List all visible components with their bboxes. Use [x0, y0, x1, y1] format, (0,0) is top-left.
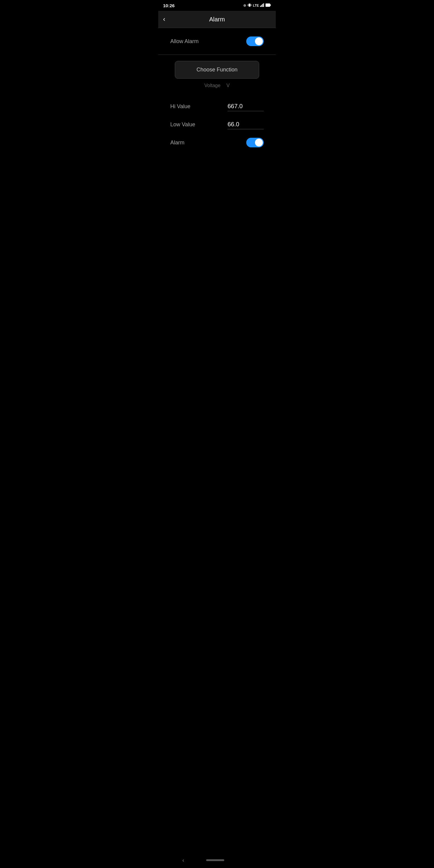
- vibrate-icon: [247, 3, 252, 8]
- nav-bar: ‹ Alarm: [158, 11, 276, 28]
- allow-alarm-toggle[interactable]: [246, 36, 264, 46]
- values-section: Hi Value Low Value Alarm: [158, 91, 276, 158]
- svg-rect-5: [262, 4, 263, 7]
- alarm-toggle[interactable]: [246, 138, 264, 147]
- status-bar: 10:26 ⊕ LTE: [158, 0, 276, 11]
- svg-rect-1: [248, 4, 248, 6]
- low-value-row: Low Value: [170, 116, 264, 133]
- alarm-toggle-row: Alarm: [170, 133, 264, 152]
- svg-rect-3: [260, 6, 261, 7]
- function-hint: Voltage V: [204, 83, 230, 88]
- back-button[interactable]: ‹: [163, 15, 167, 24]
- function-section: Choose Function Voltage V: [158, 55, 276, 91]
- lte-icon: LTE: [253, 4, 259, 7]
- svg-rect-0: [249, 4, 250, 7]
- hi-value-input[interactable]: [227, 101, 264, 111]
- page-title: Alarm: [209, 16, 225, 23]
- svg-rect-4: [261, 5, 262, 7]
- svg-rect-2: [251, 4, 252, 6]
- hi-value-row: Hi Value: [170, 97, 264, 116]
- status-time: 10:26: [163, 3, 175, 8]
- low-value-label: Low Value: [170, 121, 195, 128]
- function-hint-voltage: Voltage: [204, 83, 220, 88]
- choose-function-button[interactable]: Choose Function: [175, 61, 259, 79]
- allow-alarm-label: Allow Alarm: [170, 38, 198, 44]
- circle-plus-icon: ⊕: [243, 3, 246, 7]
- allow-alarm-row: Allow Alarm: [158, 28, 276, 55]
- hi-value-label: Hi Value: [170, 103, 190, 110]
- battery-icon: [266, 3, 271, 8]
- alarm-toggle-label: Alarm: [170, 140, 184, 146]
- svg-rect-7: [266, 4, 270, 7]
- content-area: Allow Alarm Choose Function Voltage V Hi…: [158, 28, 276, 158]
- svg-rect-8: [270, 4, 271, 6]
- alarm-slider: [246, 138, 264, 147]
- low-value-input[interactable]: [227, 120, 264, 129]
- svg-rect-6: [264, 3, 264, 7]
- allow-alarm-slider: [246, 36, 264, 46]
- status-icons: ⊕ LTE: [243, 3, 271, 8]
- function-hint-unit: V: [226, 83, 230, 88]
- signal-icon: [260, 3, 264, 8]
